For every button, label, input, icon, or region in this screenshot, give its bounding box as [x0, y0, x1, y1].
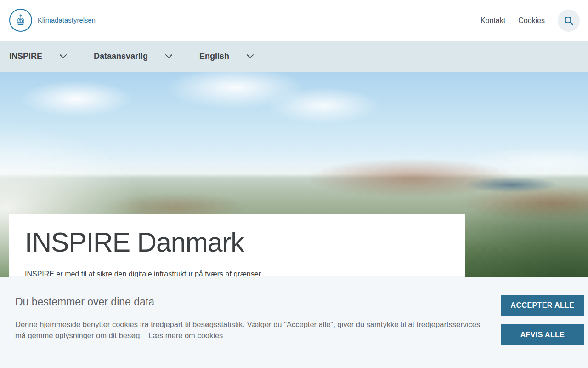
cookie-heading: Du bestemmer over dine data: [15, 296, 154, 308]
english-dropdown-toggle[interactable]: [244, 52, 256, 61]
crown-logo-icon: [9, 9, 32, 32]
nav-item-dataansvarlig: Dataansvarlig: [94, 48, 175, 65]
chevron-down-icon: [165, 54, 173, 59]
nav-divider: [157, 48, 157, 65]
brand-logo[interactable]: Klimadatastyrelsen: [9, 9, 96, 32]
reject-all-button[interactable]: AFVIS ALLE: [501, 324, 584, 345]
inspire-dropdown-toggle[interactable]: [57, 52, 69, 61]
kontakt-link[interactable]: Kontakt: [481, 17, 505, 25]
page: Klimadatastyrelsen Kontakt Cookies INSPI…: [0, 0, 588, 368]
header-links: Kontakt Cookies: [481, 0, 580, 41]
search-button[interactable]: [558, 10, 580, 32]
accept-all-button[interactable]: ACCEPTER ALLE: [501, 295, 584, 316]
nav-item-inspire: INSPIRE: [9, 48, 69, 65]
main-nav: INSPIRE Dataansvarlig English: [0, 41, 588, 72]
cookie-description-text: Denne hjemmeside benytter cookies fra tr…: [15, 320, 480, 339]
cookie-buttons: ACCEPTER ALLE AFVIS ALLE: [501, 295, 584, 345]
search-icon: [563, 15, 574, 26]
brand-name: Klimadatastyrelsen: [38, 17, 96, 24]
cookie-banner: Du bestemmer over dine data Denne hjemme…: [0, 277, 588, 368]
nav-divider: [238, 48, 238, 65]
cookie-description: Denne hjemmeside benytter cookies fra tr…: [15, 319, 486, 341]
page-title: INSPIRE Danmark: [25, 228, 447, 258]
cookie-more-link[interactable]: Læs mere om cookies: [148, 331, 223, 339]
cookies-link[interactable]: Cookies: [518, 17, 545, 25]
dataansvarlig-dropdown-toggle[interactable]: [163, 52, 175, 61]
nav-link-english[interactable]: English: [199, 52, 229, 61]
nav-item-english: English: [199, 48, 256, 65]
site-header: Klimadatastyrelsen Kontakt Cookies: [0, 0, 588, 41]
hero-section: INSPIRE Danmark INSPIRE er med til at si…: [0, 72, 588, 298]
chevron-down-icon: [246, 54, 254, 59]
nav-link-dataansvarlig[interactable]: Dataansvarlig: [94, 52, 148, 61]
chevron-down-icon: [59, 54, 67, 59]
nav-divider: [51, 48, 51, 65]
nav-link-inspire[interactable]: INSPIRE: [9, 52, 42, 61]
